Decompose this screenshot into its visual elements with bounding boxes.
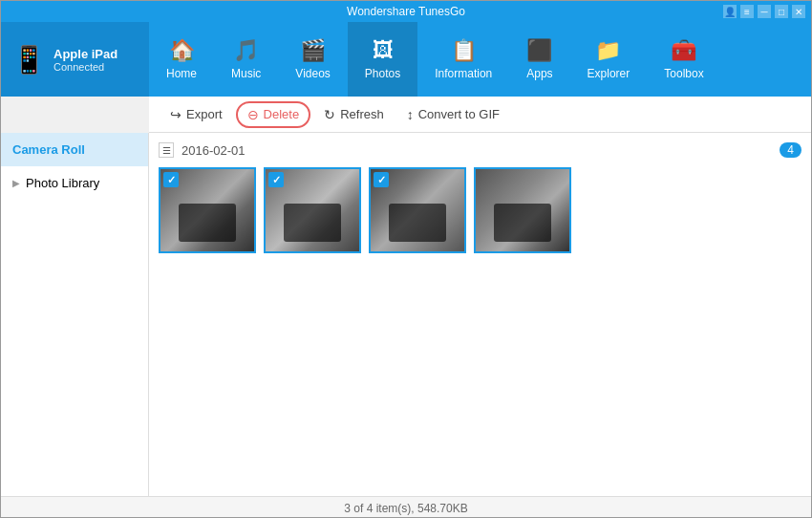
information-icon: 📋 — [451, 38, 477, 63]
photo-grid: ✓ ✓ ✓ — [159, 167, 801, 253]
maximize-btn[interactable]: □ — [775, 5, 788, 18]
photo-thumb-1[interactable]: ✓ — [159, 167, 256, 253]
date-group-checkbox[interactable]: ☰ — [159, 142, 174, 158]
nav-home-label: Home — [166, 67, 197, 80]
date-count: 4 — [780, 142, 801, 158]
photo-thumb-3[interactable]: ✓ — [369, 167, 466, 253]
device-name: Apple iPad — [53, 47, 118, 61]
nav-explorer-label: Explorer — [588, 67, 630, 80]
photos-icon: 🖼 — [373, 38, 394, 63]
convert-gif-button[interactable]: ↕ Convert to GIF — [397, 103, 509, 126]
window-controls: 👤 ≡ ─ □ ✕ — [723, 5, 805, 18]
device-text: Apple iPad Connected — [53, 47, 118, 73]
delete-button[interactable]: ⊖ Delete — [236, 101, 311, 128]
delete-icon: ⊖ — [247, 107, 259, 122]
home-icon: 🏠 — [169, 38, 195, 63]
device-info: 📱 Apple iPad Connected — [1, 22, 149, 97]
photo-check-1: ✓ — [163, 172, 179, 187]
nav-music-label: Music — [231, 67, 261, 80]
nav-apps[interactable]: ⬛ Apps — [509, 22, 569, 97]
convert-icon: ↕ — [407, 107, 414, 122]
photo-thumb-4[interactable] — [474, 167, 571, 253]
export-icon: ↪ — [170, 107, 182, 122]
nav-information-label: Information — [435, 67, 492, 80]
photo-check-2: ✓ — [268, 172, 284, 187]
sidebar-item-photo-library[interactable]: ▶ Photo Library — [1, 166, 148, 200]
titlebar-title: Wondershare TunesGo — [347, 5, 465, 18]
toolbox-icon: 🧰 — [671, 38, 696, 63]
nav-photos[interactable]: 🖼 Photos — [348, 22, 417, 97]
delete-label: Delete — [264, 107, 300, 121]
music-icon: 🎵 — [233, 38, 259, 63]
toolbar: ↪ Export ⊖ Delete ↻ Refresh ↕ Convert to… — [149, 97, 811, 133]
refresh-label: Refresh — [340, 107, 384, 121]
nav-toolbox-label: Toolbox — [664, 67, 703, 80]
content-area: ☰ 2016-02-01 4 ✓ ✓ ✓ — [149, 133, 811, 496]
nav-items: 🏠 Home 🎵 Music 🎬 Videos 🖼 Photos 📋 Infor… — [149, 22, 811, 97]
sidebar: Camera Roll ▶ Photo Library — [1, 133, 149, 496]
nav-photos-label: Photos — [365, 67, 400, 80]
nav-information[interactable]: 📋 Information — [417, 22, 509, 97]
statusbar: 3 of 4 item(s), 548.70KB — [1, 496, 811, 518]
navbar: 📱 Apple iPad Connected 🏠 Home 🎵 Music 🎬 … — [1, 22, 811, 97]
minimize-btn[interactable]: ─ — [758, 5, 771, 18]
menu-btn[interactable]: ≡ — [740, 5, 754, 18]
sidebar-item-camera-roll[interactable]: Camera Roll — [1, 133, 148, 166]
export-label: Export — [186, 107, 223, 121]
camera-roll-label: Camera Roll — [12, 142, 85, 157]
date-label: 2016-02-01 — [182, 143, 246, 158]
convert-label: Convert to GIF — [418, 107, 500, 121]
nav-videos-label: Videos — [295, 67, 330, 80]
apps-icon: ⬛ — [526, 38, 552, 63]
refresh-icon: ↻ — [324, 107, 335, 122]
explorer-icon: 📁 — [595, 38, 621, 63]
close-btn[interactable]: ✕ — [792, 5, 805, 18]
nav-music[interactable]: 🎵 Music — [214, 22, 278, 97]
refresh-button[interactable]: ↻ Refresh — [314, 103, 394, 126]
nav-videos[interactable]: 🎬 Videos — [278, 22, 347, 97]
main-layout: Camera Roll ▶ Photo Library ☰ 2016-02-01… — [1, 133, 811, 496]
photo-thumb-2[interactable]: ✓ — [264, 167, 361, 253]
device-icon: 📱 — [12, 44, 46, 76]
user-icon-btn[interactable]: 👤 — [723, 5, 737, 18]
photo-library-label: Photo Library — [26, 176, 99, 190]
date-group-header: ☰ 2016-02-01 4 — [159, 142, 801, 158]
nav-apps-label: Apps — [526, 67, 552, 80]
video-icon: 🎬 — [300, 38, 326, 63]
nav-toolbox[interactable]: 🧰 Toolbox — [647, 22, 720, 97]
titlebar: Wondershare TunesGo 👤 ≡ ─ □ ✕ — [1, 1, 811, 22]
expand-icon: ▶ — [12, 178, 20, 188]
device-status: Connected — [53, 61, 118, 73]
statusbar-text: 3 of 4 item(s), 548.70KB — [344, 502, 467, 515]
nav-explorer[interactable]: 📁 Explorer — [570, 22, 648, 97]
export-button[interactable]: ↪ Export — [160, 103, 232, 126]
photo-check-3: ✓ — [374, 172, 389, 187]
nav-home[interactable]: 🏠 Home — [149, 22, 214, 97]
